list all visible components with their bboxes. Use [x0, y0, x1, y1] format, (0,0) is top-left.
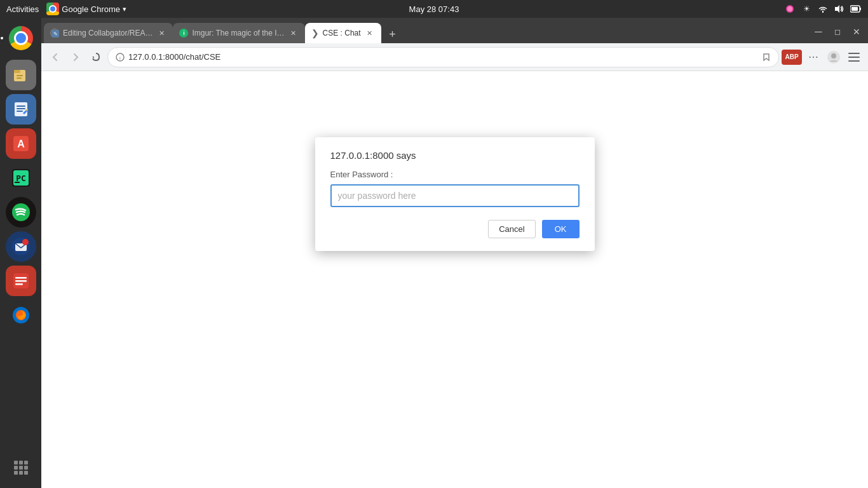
- forward-icon: [70, 51, 81, 63]
- tray-icon-1[interactable]: [784, 3, 796, 15]
- chrome-menu-button[interactable]: [845, 48, 863, 66]
- svg-marker-41: [92, 57, 94, 58]
- dock-item-firefox[interactable]: [6, 300, 36, 330]
- dock-item-appgrid[interactable]: [6, 452, 36, 483]
- dock-item-chrome[interactable]: [6, 23, 36, 53]
- svg-rect-38: [24, 471, 28, 475]
- dock-item-appstore[interactable]: A: [6, 128, 36, 159]
- files-icon: [12, 66, 30, 84]
- browser-content: 127.0.0.1:8000 says Enter Password : Can…: [41, 71, 868, 488]
- svg-rect-7: [14, 70, 20, 73]
- svg-rect-30: [14, 461, 18, 464]
- svg-rect-1: [787, 6, 792, 11]
- tab-1-favicon: ✎: [50, 29, 59, 37]
- tab-2[interactable]: i Imgur: The magic of the I… ✕: [173, 23, 304, 43]
- menu-icon: [848, 53, 860, 62]
- svg-rect-4: [860, 8, 861, 10]
- svg-rect-33: [14, 466, 18, 470]
- reload-icon: [90, 51, 102, 63]
- svg-rect-36: [14, 471, 18, 475]
- firefox-icon: [11, 306, 31, 325]
- browser-window: ✎ Editing Collabgator/REA… ✕ i Imgur: Th…: [41, 18, 868, 488]
- svg-rect-34: [19, 466, 23, 470]
- tasks-icon: [12, 272, 30, 290]
- mail-icon: [11, 237, 31, 256]
- topbar-dropdown-arrow[interactable]: ▾: [123, 5, 126, 13]
- tray-volume-icon[interactable]: [834, 3, 845, 15]
- dialog-label: Enter Password :: [330, 170, 580, 179]
- svg-rect-31: [19, 461, 23, 464]
- svg-text:A: A: [17, 139, 25, 149]
- ok-button[interactable]: OK: [542, 220, 580, 238]
- extensions-button[interactable]: ⋯: [804, 48, 822, 66]
- topbar-app-name: Google Chrome: [62, 4, 120, 14]
- tray-brightness-icon[interactable]: ☀: [801, 3, 812, 15]
- cancel-button[interactable]: Cancel: [488, 220, 535, 238]
- writer-icon: [12, 100, 30, 118]
- svg-text:PC: PC: [16, 173, 26, 183]
- activities-button[interactable]: Activities: [6, 4, 39, 14]
- svg-rect-27: [15, 283, 23, 285]
- os-topbar: Activities Google Chrome ▾ May 28 07:43 …: [0, 0, 868, 18]
- svg-text:✎: ✎: [53, 31, 58, 37]
- svg-rect-19: [15, 182, 20, 183]
- dock-item-writer[interactable]: [6, 94, 36, 125]
- tab-bar: ✎ Editing Collabgator/REA… ✕ i Imgur: Th…: [41, 18, 868, 43]
- new-tab-button[interactable]: +: [384, 25, 402, 43]
- tab-1-title: Editing Collabgator/REA…: [63, 29, 153, 37]
- svg-rect-12: [17, 108, 25, 109]
- toolbar: i 127.0.0.1:8000/chat/CSE ABP ⋯: [41, 43, 868, 71]
- chrome-topbar-icon: [46, 3, 59, 15]
- dock-item-spotify[interactable]: [6, 197, 36, 227]
- svg-rect-11: [17, 105, 25, 107]
- dialog-title: 127.0.0.1:8000 says: [330, 150, 580, 161]
- tab-3-close-button[interactable]: ✕: [365, 28, 375, 38]
- address-bar[interactable]: i 127.0.0.1:8000/chat/CSE: [107, 47, 779, 67]
- svg-rect-32: [24, 461, 28, 464]
- dock-item-mail[interactable]: [6, 231, 36, 262]
- svg-rect-47: [848, 57, 860, 58]
- password-input[interactable]: [330, 184, 580, 207]
- bookmark-icon[interactable]: [762, 53, 771, 62]
- tab-3[interactable]: ❯ CSE : Chat ✕: [305, 23, 381, 43]
- svg-rect-13: [17, 111, 23, 112]
- svg-rect-26: [15, 280, 27, 282]
- address-text: 127.0.0.1:8000/chat/CSE: [128, 52, 758, 62]
- svg-rect-46: [848, 53, 860, 54]
- tray-battery-icon[interactable]: [850, 3, 862, 15]
- security-icon: i: [116, 53, 125, 62]
- svg-rect-48: [848, 60, 860, 62]
- dock-item-files[interactable]: [6, 60, 36, 90]
- svg-rect-25: [15, 277, 27, 279]
- appgrid-icon: [13, 460, 29, 475]
- appstore-icon: A: [12, 135, 30, 152]
- svg-rect-8: [17, 75, 23, 76]
- svg-rect-37: [19, 471, 23, 475]
- dialog-buttons: Cancel OK: [330, 220, 580, 238]
- dock-active-indicator: [1, 37, 3, 39]
- tray-wifi-icon[interactable]: [817, 3, 829, 15]
- chrome-logo-icon: [9, 26, 33, 50]
- svg-rect-9: [17, 78, 22, 79]
- profile-button[interactable]: [825, 48, 843, 66]
- tab-1[interactable]: ✎ Editing Collabgator/REA… ✕: [44, 23, 173, 43]
- svg-point-45: [831, 53, 836, 58]
- close-button[interactable]: ✕: [848, 23, 865, 41]
- svg-point-23: [22, 239, 29, 245]
- svg-rect-35: [24, 466, 28, 470]
- dock-item-tasks[interactable]: [6, 266, 36, 296]
- svg-text:i: i: [119, 55, 121, 61]
- maximize-button[interactable]: ◻: [829, 23, 846, 41]
- forward-button[interactable]: [67, 48, 85, 66]
- tab-2-close-button[interactable]: ✕: [288, 28, 299, 38]
- svg-rect-5: [851, 7, 858, 11]
- adblock-extension-button[interactable]: ABP: [782, 50, 802, 65]
- tab-1-close-button[interactable]: ✕: [156, 28, 166, 38]
- datetime-display: May 28 07:43: [409, 4, 459, 14]
- back-button[interactable]: [46, 48, 64, 66]
- tab-3-title: CSE : Chat: [323, 29, 361, 37]
- reload-button[interactable]: [87, 48, 105, 66]
- svg-point-20: [12, 203, 30, 221]
- dock-item-pycharm[interactable]: PC: [6, 163, 36, 193]
- minimize-button[interactable]: ─: [810, 23, 827, 41]
